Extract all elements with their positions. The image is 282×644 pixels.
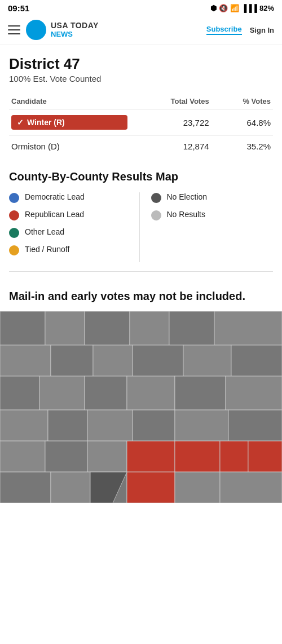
bluetooth-icon: ⬢ (210, 4, 217, 12)
legend-label: Republican Lead (25, 210, 84, 220)
check-icon: ✓ (17, 118, 24, 127)
mail-notice: Mail-in and early votes may not be inclu… (0, 281, 282, 311)
legend-dot (9, 228, 19, 238)
legend-item: No Results (151, 210, 274, 220)
pct-votes: 35.2% (211, 136, 273, 157)
svg-rect-28 (127, 441, 175, 472)
legend-item: No Election (151, 192, 274, 203)
status-time: 09:51 (8, 3, 29, 13)
mute-icon: 🔇 (219, 4, 228, 12)
status-icons: ⬢ 🔇 📶 ▐▐▐ 82% (210, 4, 274, 12)
brand-usa: USA TODAY (51, 21, 99, 30)
svg-rect-17 (175, 376, 226, 410)
status-bar: 09:51 ⬢ 🔇 📶 ▐▐▐ 82% (0, 0, 282, 15)
svg-rect-22 (133, 410, 175, 441)
legend-item: Democratic Lead (9, 192, 131, 203)
logo-circle (26, 20, 46, 40)
candidate-name: ✓ Winter (R) (9, 109, 130, 136)
table-row: Ormiston (D)12,87435.2% (9, 136, 273, 157)
svg-rect-18 (226, 376, 282, 410)
svg-rect-12 (231, 345, 282, 376)
total-votes: 12,874 (130, 136, 211, 157)
svg-rect-15 (85, 376, 127, 410)
subscribe-button[interactable]: Subscribe (206, 25, 242, 35)
hamburger-menu[interactable] (8, 25, 20, 34)
legend-item: Republican Lead (9, 210, 131, 220)
legend-dot (9, 245, 19, 255)
signal-icon: ▐▐▐ (241, 4, 257, 12)
battery-level: 82% (259, 4, 274, 12)
map-legend: Democratic LeadRepublican LeadOther Lead… (9, 192, 273, 272)
svg-rect-7 (0, 345, 51, 376)
svg-rect-23 (175, 410, 228, 441)
svg-rect-5 (169, 311, 214, 345)
winner-badge: ✓ Winter (R) (11, 115, 127, 130)
svg-rect-13 (0, 376, 39, 410)
district-title: District 47 (9, 55, 273, 73)
county-map (0, 311, 282, 503)
svg-rect-32 (0, 472, 51, 503)
logo-text: USA TODAY NEWS (51, 21, 99, 38)
pct-votes: 64.8% (211, 109, 273, 136)
svg-rect-8 (51, 345, 93, 376)
map-section: County-By-County Results Map Democratic … (0, 170, 282, 272)
legend-item: Other Lead (9, 227, 131, 238)
svg-rect-14 (39, 376, 85, 410)
results-table: Candidate Total Votes % Votes ✓ Winter (… (9, 94, 273, 157)
svg-rect-9 (93, 345, 133, 376)
legend-label: Other Lead (25, 227, 64, 237)
svg-rect-31 (248, 441, 282, 472)
svg-rect-6 (214, 311, 282, 345)
svg-rect-4 (130, 311, 169, 345)
svg-rect-19 (0, 410, 48, 441)
nav-actions: Subscribe Sign In (206, 25, 274, 35)
legend-dot (9, 210, 19, 220)
legend-label: Tied / Runoff (25, 245, 69, 255)
legend-item: Tied / Runoff (9, 245, 131, 255)
svg-rect-36 (175, 472, 220, 503)
svg-rect-3 (85, 311, 130, 345)
svg-rect-10 (133, 345, 183, 376)
legend-dot (151, 193, 161, 203)
svg-rect-33 (51, 472, 90, 503)
svg-rect-27 (87, 441, 127, 472)
main-content: District 47 100% Est. Vote Counted Candi… (0, 45, 282, 157)
nav-bar: USA TODAY NEWS Subscribe Sign In (0, 15, 282, 45)
legend-left: Democratic LeadRepublican LeadOther Lead… (9, 192, 140, 262)
col-pct-votes: % Votes (211, 94, 273, 109)
svg-rect-29 (175, 441, 220, 472)
wifi-icon: 📶 (230, 4, 239, 12)
brand-news: NEWS (51, 30, 99, 38)
svg-rect-2 (45, 311, 85, 345)
svg-rect-30 (220, 441, 248, 472)
legend-dot (151, 210, 161, 220)
sign-in-button[interactable]: Sign In (250, 26, 274, 34)
col-candidate: Candidate (9, 94, 130, 109)
brand-logo: USA TODAY NEWS (26, 20, 99, 40)
svg-rect-35 (127, 472, 175, 503)
table-row: ✓ Winter (R)23,72264.8% (9, 109, 273, 136)
svg-rect-16 (127, 376, 175, 410)
legend-right: No ElectionNo Results (140, 192, 274, 262)
legend-label: No Election (167, 192, 208, 202)
svg-rect-26 (45, 441, 87, 472)
legend-dot (9, 193, 19, 203)
svg-rect-20 (48, 410, 87, 441)
map-title: County-By-County Results Map (9, 170, 273, 183)
col-total-votes: Total Votes (130, 94, 211, 109)
svg-rect-21 (87, 410, 133, 441)
total-votes: 23,722 (130, 109, 211, 136)
legend-label: No Results (167, 210, 205, 220)
svg-rect-24 (228, 410, 282, 441)
vote-counted: 100% Est. Vote Counted (9, 74, 273, 83)
candidate-name: Ormiston (D) (9, 136, 130, 157)
svg-rect-11 (183, 345, 231, 376)
svg-rect-1 (0, 311, 45, 345)
svg-rect-25 (0, 441, 45, 472)
map-svg (0, 311, 282, 503)
legend-label: Democratic Lead (25, 192, 85, 202)
svg-rect-37 (220, 472, 282, 503)
